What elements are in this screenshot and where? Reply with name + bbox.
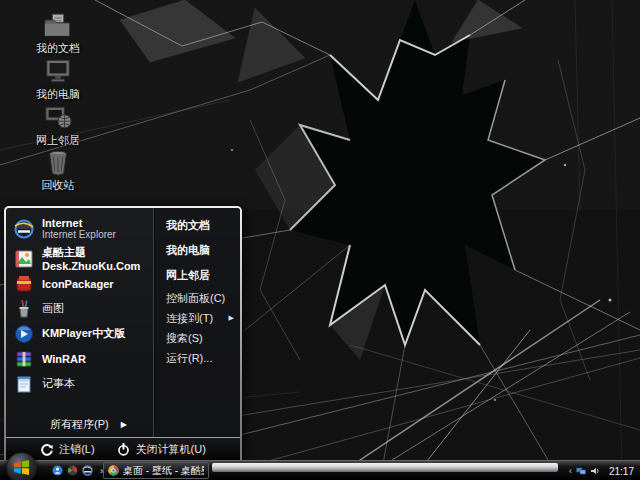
start-menu-body: Internet Internet Explorer 桌酷主题Desk.Zhuo… (6, 208, 240, 437)
media-player-icon[interactable] (67, 465, 78, 476)
internet-explorer-icon (14, 219, 34, 239)
menu-item-label: 画图 (42, 301, 64, 316)
menu-item-notepad[interactable]: 记事本 (6, 371, 153, 396)
tray-collapse-chevron[interactable]: ‹ (569, 466, 572, 476)
menu-item-label: WinRAR (42, 353, 86, 365)
log-off-icon (40, 443, 53, 456)
menu-item-paint[interactable]: 画图 (6, 296, 153, 321)
desktop-icon-label: 我的文档 (36, 42, 80, 54)
taskbar: » 桌面 - 壁纸 - 桌酷壁... ‹ 21:17 (0, 460, 640, 480)
menu-item-label: 网上邻居 (166, 268, 210, 283)
notepad-icon (14, 374, 34, 394)
menu-item-connect-to[interactable]: 连接到(T) ▶ (154, 308, 240, 328)
messenger-icon[interactable] (52, 465, 63, 476)
menu-item-label: 控制面板(C) (166, 291, 225, 306)
log-off-button[interactable]: 注销(L) (40, 442, 94, 457)
quick-launch-bar: » (52, 465, 104, 476)
menu-item-my-documents[interactable]: 我的文档 (154, 213, 240, 238)
menu-item-search[interactable]: 搜索(S) (154, 328, 240, 348)
log-off-label: 注销(L) (59, 442, 94, 457)
my-documents-icon (43, 12, 73, 39)
taskbar-window-button[interactable]: 桌面 - 壁纸 - 桌酷壁... (103, 462, 209, 479)
tray-volume-icon[interactable] (590, 466, 600, 476)
desktop-icon-my-documents[interactable]: 我的文档 (20, 12, 96, 54)
shut-down-label: 关闭计算机(U) (136, 442, 206, 457)
winrar-icon (14, 349, 34, 369)
start-menu-footer: 注销(L) 关闭计算机(U) (6, 437, 240, 460)
desktop-icon-network-places[interactable]: 网上邻居 (20, 104, 96, 146)
start-button[interactable] (6, 452, 37, 480)
menu-item-subtitle: Internet Explorer (42, 229, 116, 241)
menu-item-label: IconPackager (42, 278, 114, 290)
menu-item-label: 运行(R)... (166, 351, 212, 366)
start-menu-places-column: 我的文档 我的电脑 网上邻居 控制面板(C) 连接到(T) ▶ 搜索(S) (154, 208, 240, 437)
kmplayer-icon (14, 324, 34, 344)
my-computer-icon (43, 58, 73, 85)
desktop-icon-label: 回收站 (42, 179, 75, 191)
menu-item-control-panel[interactable]: 控制面板(C) (154, 288, 240, 308)
menu-item-my-computer[interactable]: 我的电脑 (154, 238, 240, 263)
internet-explorer-quicklaunch-icon[interactable] (82, 465, 93, 476)
zhuoku-theme-icon (14, 249, 34, 269)
menu-item-label: 记事本 (42, 376, 75, 391)
taskbar-empty-area (212, 463, 558, 472)
all-programs-button[interactable]: 所有程序(P) ▶ (6, 413, 153, 435)
submenu-arrow-icon: ▶ (121, 420, 127, 429)
menu-item-label: 桌酷主题Desk.ZhuoKu.Com (42, 245, 149, 272)
menu-item-winrar[interactable]: WinRAR (6, 346, 153, 371)
shut-down-button[interactable]: 关闭计算机(U) (117, 442, 206, 457)
wallpaper-app-icon (108, 465, 119, 476)
taskbar-clock: 21:17 (609, 466, 634, 477)
desktop-icon-label: 网上邻居 (36, 134, 80, 146)
recycle-bin-icon (43, 149, 73, 176)
windows-logo-icon (13, 460, 30, 475)
menu-item-title: Internet (42, 217, 116, 229)
system-tray: ‹ 21:17 (558, 461, 640, 480)
desktop-icon-my-computer[interactable]: 我的电脑 (20, 58, 96, 100)
network-places-icon (43, 104, 73, 131)
desktop: 我的文档 我的电脑 网上邻居 回收站 (0, 0, 640, 480)
menu-item-label: KMPlayer中文版 (42, 326, 125, 341)
menu-item-kmplayer[interactable]: KMPlayer中文版 (6, 321, 153, 346)
menu-item-network-places[interactable]: 网上邻居 (154, 263, 240, 288)
menu-item-run[interactable]: 运行(R)... (154, 348, 240, 368)
menu-item-label: 连接到(T) (166, 311, 213, 326)
all-programs-label: 所有程序(P) (50, 417, 109, 432)
menu-item-internet-explorer[interactable]: Internet Internet Explorer (6, 212, 153, 246)
menu-item-iconpackager[interactable]: IconPackager (6, 271, 153, 296)
menu-item-zhuoku-theme[interactable]: 桌酷主题Desk.ZhuoKu.Com (6, 246, 153, 271)
iconpackager-icon (14, 274, 34, 294)
menu-item-label: 搜索(S) (166, 331, 203, 346)
menu-item-label: 我的电脑 (166, 243, 210, 258)
submenu-arrow-icon: ▶ (229, 314, 234, 322)
desktop-icon-label: 我的电脑 (36, 88, 80, 100)
start-menu: Internet Internet Explorer 桌酷主题Desk.Zhuo… (4, 206, 242, 462)
desktop-icon-recycle-bin[interactable]: 回收站 (20, 149, 96, 191)
menu-left-spacer (6, 396, 153, 413)
menu-item-label: 我的文档 (166, 218, 210, 233)
taskbar-window-button-label: 桌面 - 壁纸 - 桌酷壁... (123, 464, 204, 478)
tray-network-icon[interactable] (576, 466, 586, 476)
power-icon (117, 443, 130, 456)
paint-icon (14, 299, 34, 319)
start-menu-pinned-column: Internet Internet Explorer 桌酷主题Desk.Zhuo… (6, 208, 153, 437)
